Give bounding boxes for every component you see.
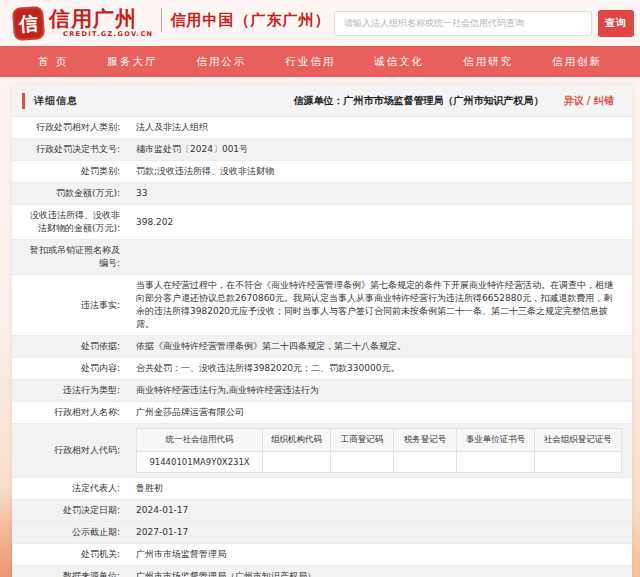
code-column-header: 税务登记号 [394,429,457,452]
table-row: 违法行为类型:商业特许经营违法行为,商业特许经营违法行为 [12,379,632,401]
site-header: 信 信用广州 CREDIT.GZ.GOV.CN 信用中国（广东广州） 查询 [0,0,640,46]
table-row: 处罚类别:罚款;没收违法所得、没收非法财物 [12,160,632,182]
row-value [126,253,632,261]
code-table: 统一社会信用代码组织机构代码工商登记码税务登记号事业单位证书号社会组织登记证号9… [136,428,622,473]
nav-item[interactable]: 信用研究 [463,55,513,69]
table-row: 行政处罚相对人类别:法人及非法人组织 [12,117,632,138]
table-row: 行政相对人名称:广州金莎品牌运营有限公司 [12,401,632,423]
title-accent-bar [22,93,25,109]
row-label: 没收违法所得、没收非法财物的金额(万元): [12,205,126,239]
row-value: 398.202 [126,212,632,233]
table-row: 处罚决定日期:2024-01-17 [12,499,632,521]
row-value: 广州市市场监督管理局 [126,544,632,565]
nav-item[interactable]: 信用公示 [196,55,246,69]
site-logo-seal-icon: 信 [12,5,45,40]
row-value: 广州金莎品牌运营有限公司 [126,402,632,423]
search-input[interactable] [334,11,592,36]
table-row: 暂扣或吊销证照名称及编号: [12,239,632,274]
table-row: 处罚依据:依据《商业特许经营管理条例》第二十四条规定，第二十八条规定。 [12,335,632,357]
nav-item[interactable]: 行业信用 [285,55,335,69]
table-row: 行政处罚决定书文号:穗市监处罚〔2024〕001号 [12,138,632,160]
row-value: 穗市监处罚〔2024〕001号 [126,139,632,160]
row-label: 违法行为类型: [12,380,126,401]
code-value-cell [394,452,457,473]
nav-item[interactable]: 诚信文化 [374,55,424,69]
row-label: 处罚决定日期: [12,500,126,521]
brand-divider [161,8,162,32]
search-button[interactable]: 查询 [598,10,634,37]
row-label: 处罚内容: [12,358,126,379]
code-value-cell [534,452,621,473]
detail-table: 行政处罚相对人类别:法人及非法人组织行政处罚决定书文号:穗市监处罚〔2024〕0… [12,117,632,577]
nav-item[interactable]: 服务大厅 [107,55,157,69]
row-label: 暂扣或吊销证照名称及编号: [12,240,126,274]
nav-item[interactable]: 首 页 [38,55,68,69]
table-row: 处罚内容:合共处罚：一、没收违法所得3982020元；二、罚款330000元。 [12,357,632,379]
row-value: 2027-01-17 [126,522,632,543]
row-value: 商业特许经营违法行为,商业特许经营违法行为 [126,380,632,401]
code-table-wrap: 统一社会信用代码组织机构代码工商登记码税务登记号事业单位证书号社会组织登记证号9… [126,424,632,477]
row-value: 法人及非法人组织 [126,117,632,138]
page-title: 详细信息 [34,94,78,108]
code-value-cell [457,452,535,473]
row-label: 违法事实: [12,295,126,316]
detail-header: 详细信息 信源单位：广州市市场监督管理局（广州市知识产权局） 异议 / 纠错 [12,85,632,117]
row-value: 合共处罚：一、没收违法所得3982020元；二、罚款330000元。 [126,358,632,379]
detail-card: 详细信息 信源单位：广州市市场监督管理局（广州市知识产权局） 异议 / 纠错 行… [12,85,632,577]
source-unit-label: 信源单位：广州市市场监督管理局（广州市知识产权局） [293,94,543,108]
code-value-cell: 91440101MA9Y0X231X [137,452,263,473]
row-label: 行政相对人代码: [12,440,126,461]
dispute-correction-link[interactable]: 异议 / 纠错 [563,94,614,108]
table-row: 公示截止期:2027-01-17 [12,521,632,543]
search-area: 查询 [334,10,634,37]
table-row: 违法事实:当事人在经营过程中，在不符合《商业特许经营管理条例》第七条规定的条件下… [12,274,632,335]
row-label: 处罚机关: [12,544,126,565]
table-row: 没收违法所得、没收非法财物的金额(万元):398.202 [12,204,632,239]
code-column-header: 组织机构代码 [263,429,331,452]
code-column-header: 统一社会信用代码 [137,429,263,452]
row-value: 鲁胜初 [126,478,632,499]
row-value: 依据《商业特许经营管理条例》第二十四条规定，第二十八条规定。 [126,336,632,357]
site-domain: CREDIT.GZ.GOV.CN [63,30,153,38]
row-label: 公示截止期: [12,522,126,543]
table-row: 行政相对人代码:统一社会信用代码组织机构代码工商登记码税务登记号事业单位证书号社… [12,423,632,477]
table-row: 罚款金额(万元):33 [12,182,632,204]
site-name: 信用广州 [49,8,153,30]
table-row: 处罚机关:广州市市场监督管理局 [12,543,632,565]
row-label: 处罚依据: [12,336,126,357]
site-region-title: 信用中国（广东广州） [170,11,330,30]
code-value-cell [330,452,393,473]
table-row: 法定代表人:鲁胜初 [12,477,632,499]
row-value: 罚款;没收违法所得、没收非法财物 [126,161,632,182]
row-label: 数据来源单位: [12,566,126,577]
code-column-header: 工商登记码 [330,429,393,452]
row-label: 罚款金额(万元): [12,183,126,204]
row-value: 2024-01-17 [126,500,632,521]
row-label: 处罚类别: [12,161,126,182]
row-label: 法定代表人: [12,478,126,499]
nav-item[interactable]: 信用创新 [552,55,602,69]
main-nav: 首 页服务大厅信用公示行业信用诚信文化信用研究信用创新 [0,46,640,77]
row-value: 33 [126,183,632,204]
code-column-header: 事业单位证书号 [457,429,535,452]
table-row: 数据来源单位:广州市市场监督管理局（广州市知识产权局） [12,565,632,577]
row-label: 行政处罚相对人类别: [12,117,126,138]
brand-block: 信用广州 CREDIT.GZ.GOV.CN [49,8,153,38]
row-label: 行政处罚决定书文号: [12,139,126,160]
code-value-cell [263,452,331,473]
row-value: 广州市市场监督管理局（广州市知识产权局） [126,566,632,577]
code-column-header: 社会组织登记证号 [534,429,621,452]
row-label: 行政相对人名称: [12,402,126,423]
row-value: 当事人在经营过程中，在不符合《商业特许经营管理条例》第七条规定的条件下开展商业特… [126,275,632,335]
